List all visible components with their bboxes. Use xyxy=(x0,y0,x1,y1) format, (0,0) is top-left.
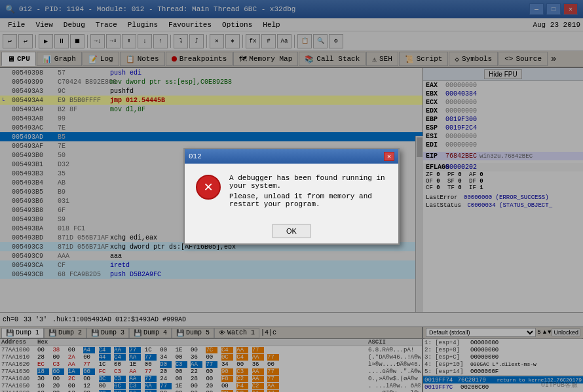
dialog-title: 012 xyxy=(189,152,202,160)
dialog-close-button[interactable]: ✕ xyxy=(384,152,394,161)
dialog-message-line1: A debugger has been found running in you… xyxy=(229,174,388,190)
dialog-content: ✕ A debugger has been found running in y… xyxy=(185,164,398,219)
dialog-ok-button[interactable]: OK xyxy=(273,224,310,238)
dialog-title-bar: 012 ✕ xyxy=(185,149,398,164)
dialog-message-line2: Please, unload it from memory and restar… xyxy=(229,192,388,208)
dialog: 012 ✕ ✕ A debugger has been found runnin… xyxy=(183,148,400,245)
dialog-overlay: 012 ✕ ✕ A debugger has been found runnin… xyxy=(0,0,583,392)
dialog-message: A debugger has been found running in you… xyxy=(229,174,388,208)
svg-text:✕: ✕ xyxy=(204,179,212,196)
dialog-buttons: OK xyxy=(185,219,398,243)
dialog-error-icon: ✕ xyxy=(195,174,221,200)
